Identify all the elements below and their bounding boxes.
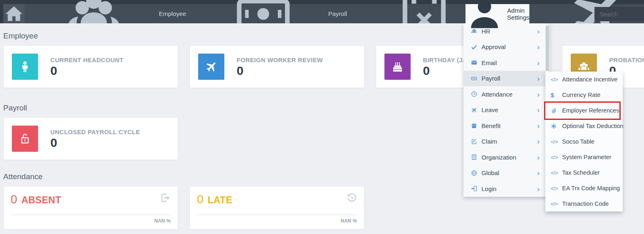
admin-settings-label: Admin Settings bbox=[507, 7, 529, 21]
dropdown-item-label: Login bbox=[481, 185, 537, 192]
signout-icon bbox=[160, 193, 171, 203]
edit-icon bbox=[471, 138, 477, 145]
submenu-icon-wrap: </> bbox=[551, 154, 560, 160]
submenu-item-label: Attendance Incentive bbox=[562, 76, 617, 83]
submenu-item-ea-trx-code-mapping[interactable]: </>EA Trx Code Mapping bbox=[545, 180, 623, 196]
stat-value: 0 bbox=[197, 193, 203, 206]
dropdown-scrollbar-thumb[interactable] bbox=[546, 26, 549, 71]
submenu-item-optional-tax-deduction[interactable]: Optional Tax Deduction bbox=[545, 118, 623, 134]
card-info: UNCLOSED PAYROLL CYCLE0 bbox=[50, 128, 140, 149]
admin-settings-dropdown: HR›Approval›Email›Payroll›Attendance›Lea… bbox=[463, 23, 549, 197]
stat-top: 0LATE bbox=[190, 187, 364, 214]
code-icon: </> bbox=[551, 170, 558, 176]
submenu-item-label: Optional Tax Deduction bbox=[562, 123, 624, 129]
stat-label: ABSENT bbox=[21, 195, 61, 206]
dropdown-list: HR›Approval›Email›Payroll›Attendance›Lea… bbox=[463, 23, 545, 197]
dropdown-item-label: Claim bbox=[481, 138, 537, 145]
submenu-icon-wrap bbox=[551, 108, 560, 114]
code-icon: </> bbox=[551, 185, 558, 191]
stat-text: 0LATE bbox=[197, 193, 232, 206]
globe-icon bbox=[471, 170, 477, 176]
submenu-item-label: Currency Rate bbox=[562, 92, 600, 98]
top-navbar: EmployeePayrollAttendanceLeaveBenefitCla… bbox=[0, 4, 644, 23]
dropdown-item-benefit[interactable]: Benefit› bbox=[463, 118, 545, 134]
chevron-right-icon: › bbox=[537, 137, 542, 145]
dropdown-item-claim[interactable]: Claim› bbox=[463, 134, 545, 150]
dropdown-item-label: Organization bbox=[481, 154, 537, 161]
card-title: FOREIGN WORKER REVIEW bbox=[237, 56, 323, 63]
chevron-right-icon: › bbox=[537, 43, 542, 51]
signout-icon-button[interactable] bbox=[160, 193, 171, 203]
chevron-right-icon: › bbox=[537, 169, 542, 177]
gift-icon bbox=[471, 122, 477, 129]
plane-icon bbox=[205, 60, 218, 73]
plane-icon bbox=[471, 107, 477, 113]
dropdown-item-organization[interactable]: Organization› bbox=[463, 149, 545, 165]
dropdown-item-payroll[interactable]: Payroll› bbox=[463, 71, 545, 87]
submenu-icon-wrap: </> bbox=[551, 139, 560, 145]
dropdown-item-login[interactable]: Login› bbox=[463, 181, 545, 197]
nav-item-employee[interactable]: Employee bbox=[25, 4, 194, 23]
card-current-headcount[interactable]: CURRENT HEADCOUNT0 bbox=[3, 45, 178, 88]
dropdown-item-leave[interactable]: Leave› bbox=[463, 102, 545, 118]
code-icon: </> bbox=[551, 154, 558, 160]
envelope-icon bbox=[471, 59, 477, 66]
dropdown-item-label: Approval bbox=[481, 43, 537, 50]
dropdown-item-global[interactable]: Global› bbox=[463, 165, 545, 181]
submenu-icon-wrap: </> bbox=[551, 76, 560, 83]
submenu-icon-wrap: </> bbox=[551, 201, 560, 207]
dropdown-item-label: Leave bbox=[481, 106, 537, 113]
chevron-right-icon: › bbox=[537, 185, 542, 193]
chevron-right-icon: › bbox=[537, 153, 542, 161]
card-icon-square bbox=[198, 54, 224, 80]
nav-item-label: Payroll bbox=[328, 10, 347, 17]
submenu-item-transaction-code[interactable]: </>Transaction Code bbox=[545, 196, 623, 212]
card-value: 0 bbox=[50, 136, 140, 149]
stat-top: 0ABSENT bbox=[4, 187, 178, 214]
payroll-submenu: </>Attendance Incentive$Currency RateEmp… bbox=[545, 72, 623, 212]
card-value: 0 bbox=[237, 64, 323, 77]
signin-icon bbox=[471, 185, 477, 192]
history-icon-button[interactable] bbox=[347, 193, 357, 203]
submenu-item-employer-references[interactable]: Employer References bbox=[545, 103, 623, 118]
stat-card-absent: 0ABSENTNAN % bbox=[3, 186, 178, 230]
stat-card-late: 0LATENAN % bbox=[190, 186, 364, 230]
card-icon-square bbox=[12, 54, 38, 80]
submenu-item-attendance-incentive[interactable]: </>Attendance Incentive bbox=[545, 72, 623, 87]
card-value: 0 bbox=[50, 64, 123, 77]
dollar-icon: $ bbox=[551, 92, 554, 99]
submenu-item-label: Socso Table bbox=[562, 138, 594, 145]
search-input[interactable] bbox=[594, 7, 644, 21]
dropdown-item-label: Global bbox=[481, 169, 537, 176]
submenu-item-label: Tax Scheduler bbox=[562, 169, 600, 176]
dropdown-item-label: Payroll bbox=[481, 75, 537, 82]
paperclip-icon bbox=[551, 108, 557, 114]
submenu-item-socso-table[interactable]: </>Socso Table bbox=[545, 134, 623, 149]
stat-text: 0ABSENT bbox=[11, 193, 61, 206]
submenu-item-tax-scheduler[interactable]: </>Tax Scheduler bbox=[545, 165, 623, 180]
submenu-item-label: EA Trx Code Mapping bbox=[562, 185, 620, 191]
card-info: FOREIGN WORKER REVIEW0 bbox=[237, 56, 323, 77]
person-icon bbox=[18, 60, 32, 73]
card-title: CURRENT HEADCOUNT bbox=[50, 56, 123, 63]
card-foreign-worker-review[interactable]: FOREIGN WORKER REVIEW0 bbox=[190, 45, 364, 88]
user-icon bbox=[465, 0, 504, 45]
dropdown-item-label: Attendance bbox=[481, 91, 537, 98]
card-icon-square bbox=[384, 54, 411, 80]
stat-footer: NAN % bbox=[190, 215, 364, 224]
stat-footer: NAN % bbox=[4, 215, 178, 224]
card-unclosed-payroll-cycle[interactable]: UNCLOSED PAYROLL CYCLE0 bbox=[3, 117, 178, 160]
submenu-item-currency-rate[interactable]: $Currency Rate bbox=[545, 87, 623, 103]
dropdown-item-attendance[interactable]: Attendance› bbox=[463, 86, 545, 102]
nav-item-home[interactable] bbox=[3, 4, 25, 23]
submenu-icon-wrap: </> bbox=[551, 170, 560, 176]
dropdown-item-label: Email bbox=[481, 59, 537, 66]
card-title: PROBATION DUE bbox=[609, 56, 644, 63]
nav-item-admin-settings[interactable]: Admin Settings bbox=[465, 4, 529, 23]
nav-item-payroll[interactable]: Payroll bbox=[194, 4, 355, 23]
submenu-item-label: Employer References bbox=[562, 107, 619, 114]
code-icon: </> bbox=[551, 139, 558, 145]
submenu-item-label: Transaction Code bbox=[562, 200, 609, 207]
dropdown-item-email[interactable]: Email› bbox=[463, 55, 545, 71]
submenu-item-system-parameter[interactable]: </>System Parameter bbox=[545, 149, 623, 165]
